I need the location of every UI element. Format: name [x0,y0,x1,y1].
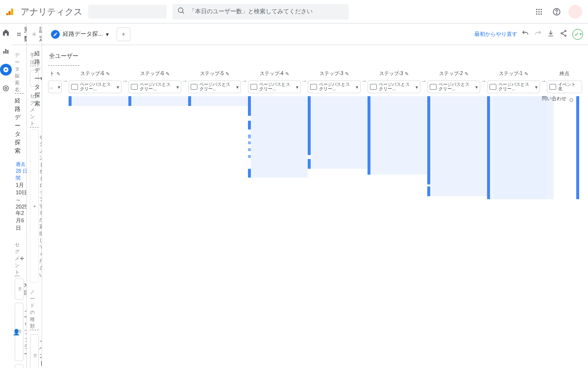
step-label: ステップ-4 [260,70,284,77]
page-icon [71,84,78,90]
canvas: 経路データ探... ▾ + 最初からやり直す ✓▾ 全ユーザー ト✎...▾→ス… [42,24,588,368]
endpoint-indicator [569,98,573,102]
edit-icon[interactable]: ✎ [345,71,349,77]
svg-point-9 [539,11,540,12]
flow-bar[interactable] [188,96,191,106]
arrow-icon: → [540,69,547,93]
page-icon [430,84,437,90]
node-type-label: ノードの種類 [30,289,39,330]
flow-bar[interactable] [248,96,251,116]
svg-line-4 [182,12,184,13]
flow-bar[interactable] [487,96,490,199]
arrow-icon: → [420,69,427,93]
flow-bar[interactable] [308,159,311,169]
step-node[interactable]: イベント名 [547,80,582,93]
ga-logo [6,7,15,16]
exploration-name[interactable]: 経路データ探索 [15,97,24,155]
dropdown-caret-icon: ▾ [416,84,418,90]
svg-point-8 [536,11,538,12]
audience-label[interactable]: 全ユーザー [48,50,79,66]
dropdown-caret-icon: ▾ [296,84,298,90]
svg-point-3 [178,8,183,12]
apps-icon[interactable] [533,6,545,18]
add-tab-button[interactable]: + [117,27,130,41]
flow-bar[interactable] [427,96,430,184]
arrow-icon: → [62,69,69,93]
technique-select[interactable]: 経路データ探索▾ [30,70,39,87]
flow-bar[interactable] [248,141,251,144]
status-ok-icon[interactable]: ✓▾ [572,29,583,40]
segment-chip[interactable]: ⠿有料のトラフィック👤 [15,364,24,368]
segment-chip[interactable]: ⠿米国 [15,278,24,300]
step-node[interactable]: ページパスとスクリー...▾ [69,80,122,93]
download-icon[interactable] [547,29,555,39]
step-node[interactable]: ページパスとスクリー...▾ [128,80,181,93]
search-box[interactable]: 「本日のユーザー数」と検索してみてください [172,4,349,20]
edit-icon[interactable]: ✎ [106,71,110,77]
flow-bar[interactable] [576,96,579,199]
edit-icon[interactable]: ✎ [56,71,60,77]
edit-icon[interactable]: ✎ [166,71,170,77]
svg-point-7 [540,9,542,10]
svg-point-27 [561,33,563,34]
dropdown-caret-icon: ▾ [176,84,179,90]
flow-bar[interactable] [248,148,251,151]
flow-bar[interactable] [308,96,311,155]
edit-icon[interactable]: ✎ [285,71,289,77]
step-node[interactable]: ページパスとスクリー...▾ [427,80,480,93]
svg-point-12 [539,13,540,15]
avatar[interactable] [568,5,582,19]
property-selector[interactable] [88,5,167,19]
tab-active[interactable]: 経路データ探... ▾ [47,28,113,41]
step-node[interactable]: ページパスとスクリー...▾ [248,80,301,93]
rail-ads-icon[interactable] [0,82,12,94]
edit-icon[interactable]: ✎ [405,71,409,77]
step-node[interactable]: ページパスとスクリー...▾ [368,80,420,93]
step-node[interactable]: ページパスとスクリー...▾ [188,80,241,93]
svg-point-6 [539,9,540,10]
segments-label: セグメント [15,241,20,276]
flow-bar[interactable] [368,96,370,175]
node-type-chip[interactable]: ⠿イベント名 [30,334,39,368]
date-range-picker[interactable]: 過去 28 日間 1月10日～2025年2月6日 ▾ [15,159,24,234]
rail-explore-icon[interactable] [0,64,12,76]
share-icon[interactable] [560,29,567,39]
svg-point-2 [6,13,8,15]
step-label: ステップ-6 [140,70,164,77]
dropdown-caret-icon: ▾ [236,84,239,90]
step-node[interactable]: ...▾ [48,80,62,93]
step-label: ステップ-3 [379,70,403,77]
edit-icon[interactable]: ✎ [524,71,528,77]
restart-link[interactable]: 最初からやり直す [474,30,517,38]
edit-icon[interactable]: ✎ [465,71,468,77]
svg-point-5 [536,9,538,10]
flow-bar[interactable] [128,96,131,106]
flow-bar[interactable] [248,169,251,178]
flow-bar[interactable] [248,121,251,130]
svg-rect-18 [7,50,9,53]
svg-rect-17 [5,49,7,53]
flow-bar[interactable] [427,186,430,196]
step-label: ステップ-3 [319,70,343,77]
arrow-icon: → [361,69,368,93]
undo-icon[interactable] [521,29,529,39]
help-icon[interactable] [551,6,563,18]
dropdown-caret-icon: ▾ [475,84,478,90]
add-segment-button[interactable]: + [20,254,24,263]
rail-home-icon[interactable] [0,26,12,38]
edit-icon [51,30,60,39]
segment-drop-target[interactable]: +セグメントをドロップするか選択してください [30,130,39,283]
tabs-row: 経路データ探... ▾ + 最初からやり直す ✓▾ [42,24,588,45]
app-title: アナリティクス [21,6,82,18]
flow-bar[interactable] [69,96,72,106]
flow-bar[interactable] [248,134,251,138]
flow-bar[interactable] [248,155,251,158]
svg-rect-1 [8,11,11,15]
segment-chip[interactable]: ⠿ノーリファラー👤 [15,303,24,361]
step-node[interactable]: ページパスとスクリー...▾ [308,80,361,93]
step-node[interactable]: ページパスとスクリー...▾ [487,80,540,93]
redo-icon[interactable] [534,29,542,39]
rail-reports-icon[interactable] [0,45,12,57]
edit-icon[interactable]: ✎ [225,71,229,77]
arrow-icon: → [181,69,188,93]
